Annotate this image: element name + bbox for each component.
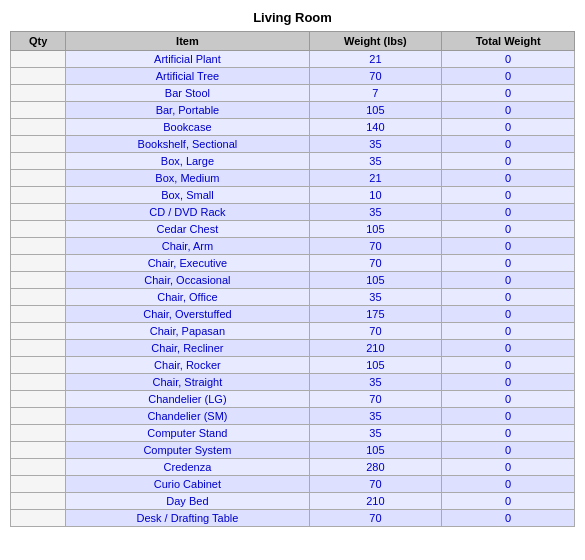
- cell-item: Bookshelf, Sectional: [66, 136, 309, 153]
- table-row: Chair, Executive700: [11, 255, 575, 272]
- cell-total: 0: [442, 493, 575, 510]
- cell-qty[interactable]: [11, 68, 66, 85]
- cell-qty[interactable]: [11, 323, 66, 340]
- cell-total: 0: [442, 476, 575, 493]
- cell-qty[interactable]: [11, 272, 66, 289]
- cell-weight: 210: [309, 493, 442, 510]
- cell-item: Desk / Drafting Table: [66, 510, 309, 527]
- cell-total: 0: [442, 68, 575, 85]
- cell-weight: 105: [309, 442, 442, 459]
- cell-qty[interactable]: [11, 238, 66, 255]
- cell-qty[interactable]: [11, 408, 66, 425]
- cell-weight: 7: [309, 85, 442, 102]
- cell-weight: 105: [309, 272, 442, 289]
- table-row: Chair, Office350: [11, 289, 575, 306]
- cell-item: Chair, Papasan: [66, 323, 309, 340]
- cell-qty[interactable]: [11, 119, 66, 136]
- cell-qty[interactable]: [11, 510, 66, 527]
- col-header-weight: Weight (lbs): [309, 32, 442, 51]
- cell-qty[interactable]: [11, 255, 66, 272]
- cell-item: Box, Medium: [66, 170, 309, 187]
- cell-weight: 21: [309, 170, 442, 187]
- cell-qty[interactable]: [11, 85, 66, 102]
- cell-weight: 35: [309, 408, 442, 425]
- cell-item: Chair, Occasional: [66, 272, 309, 289]
- cell-total: 0: [442, 204, 575, 221]
- cell-qty[interactable]: [11, 153, 66, 170]
- cell-weight: 70: [309, 255, 442, 272]
- cell-item: Artificial Plant: [66, 51, 309, 68]
- table-row: Box, Small100: [11, 187, 575, 204]
- cell-total: 0: [442, 170, 575, 187]
- cell-item: Artificial Tree: [66, 68, 309, 85]
- cell-item: Chair, Recliner: [66, 340, 309, 357]
- cell-weight: 70: [309, 323, 442, 340]
- cell-total: 0: [442, 51, 575, 68]
- cell-total: 0: [442, 408, 575, 425]
- cell-qty[interactable]: [11, 340, 66, 357]
- cell-total: 0: [442, 391, 575, 408]
- table-row: Cedar Chest1050: [11, 221, 575, 238]
- cell-weight: 35: [309, 136, 442, 153]
- table-row: Bar Stool70: [11, 85, 575, 102]
- cell-item: Bookcase: [66, 119, 309, 136]
- cell-qty[interactable]: [11, 442, 66, 459]
- cell-item: CD / DVD Rack: [66, 204, 309, 221]
- cell-item: Chair, Rocker: [66, 357, 309, 374]
- cell-qty[interactable]: [11, 476, 66, 493]
- col-header-qty: Qty: [11, 32, 66, 51]
- table-row: Computer Stand350: [11, 425, 575, 442]
- table-row: Chair, Occasional1050: [11, 272, 575, 289]
- col-header-total: Total Weight: [442, 32, 575, 51]
- cell-weight: 70: [309, 391, 442, 408]
- cell-qty[interactable]: [11, 170, 66, 187]
- cell-total: 0: [442, 323, 575, 340]
- table-row: Chair, Rocker1050: [11, 357, 575, 374]
- cell-item: Box, Small: [66, 187, 309, 204]
- cell-total: 0: [442, 306, 575, 323]
- cell-total: 0: [442, 374, 575, 391]
- table-row: Chair, Recliner2100: [11, 340, 575, 357]
- cell-qty[interactable]: [11, 459, 66, 476]
- cell-qty[interactable]: [11, 102, 66, 119]
- cell-total: 0: [442, 340, 575, 357]
- cell-total: 0: [442, 136, 575, 153]
- cell-qty[interactable]: [11, 425, 66, 442]
- cell-qty[interactable]: [11, 51, 66, 68]
- cell-total: 0: [442, 85, 575, 102]
- cell-qty[interactable]: [11, 289, 66, 306]
- cell-weight: 210: [309, 340, 442, 357]
- cell-weight: 175: [309, 306, 442, 323]
- table-row: Chandelier (LG)700: [11, 391, 575, 408]
- cell-qty[interactable]: [11, 306, 66, 323]
- cell-item: Chair, Office: [66, 289, 309, 306]
- cell-qty[interactable]: [11, 187, 66, 204]
- cell-qty[interactable]: [11, 204, 66, 221]
- cell-weight: 105: [309, 102, 442, 119]
- table-row: CD / DVD Rack350: [11, 204, 575, 221]
- cell-qty[interactable]: [11, 221, 66, 238]
- table-row: Chair, Papasan700: [11, 323, 575, 340]
- cell-qty[interactable]: [11, 493, 66, 510]
- cell-item: Chair, Straight: [66, 374, 309, 391]
- table-row: Artificial Plant210: [11, 51, 575, 68]
- cell-total: 0: [442, 357, 575, 374]
- cell-item: Chair, Arm: [66, 238, 309, 255]
- cell-qty[interactable]: [11, 136, 66, 153]
- cell-item: Chandelier (SM): [66, 408, 309, 425]
- cell-total: 0: [442, 425, 575, 442]
- table-row: Box, Large350: [11, 153, 575, 170]
- cell-total: 0: [442, 289, 575, 306]
- cell-weight: 140: [309, 119, 442, 136]
- table-row: Chair, Arm700: [11, 238, 575, 255]
- cell-qty[interactable]: [11, 374, 66, 391]
- cell-total: 0: [442, 459, 575, 476]
- cell-item: Credenza: [66, 459, 309, 476]
- cell-qty[interactable]: [11, 357, 66, 374]
- cell-qty[interactable]: [11, 391, 66, 408]
- cell-weight: 105: [309, 221, 442, 238]
- cell-total: 0: [442, 153, 575, 170]
- cell-item: Bar, Portable: [66, 102, 309, 119]
- cell-total: 0: [442, 238, 575, 255]
- table-row: Chair, Straight350: [11, 374, 575, 391]
